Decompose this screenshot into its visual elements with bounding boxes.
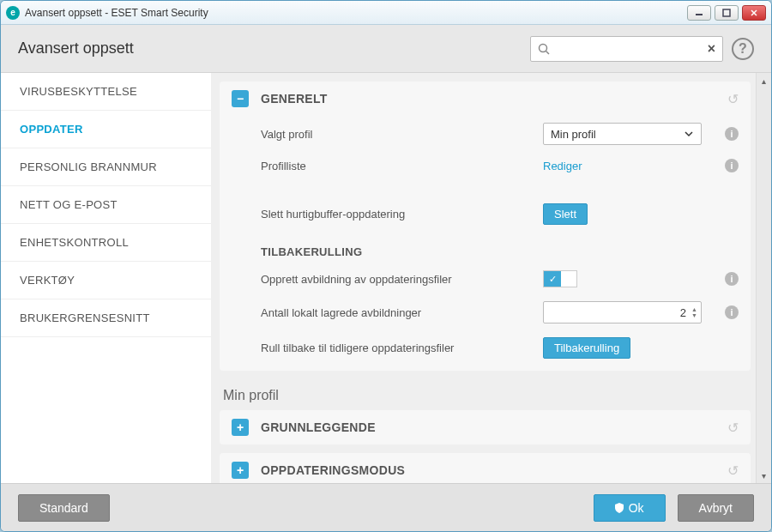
sidebar-item-firewall[interactable]: PERSONLIG BRANNMUR xyxy=(1,148,211,186)
reset-icon[interactable]: ↺ xyxy=(727,91,739,107)
sidebar-item-devicecontrol[interactable]: ENHETSKONTROLL xyxy=(1,224,211,262)
help-button[interactable]: ? xyxy=(732,38,754,60)
svg-point-4 xyxy=(540,44,547,51)
label-profile-list: Profilliste xyxy=(261,160,306,172)
panel-title-basic: GRUNNLEGGENDE xyxy=(261,420,376,434)
content: − GENERELT ↺ Valgt profil Min profil i xyxy=(211,73,756,483)
search-input[interactable] xyxy=(555,42,708,55)
rollback-button[interactable]: Tilbakerulling xyxy=(543,337,630,359)
maximize-button[interactable] xyxy=(715,5,739,21)
close-button[interactable] xyxy=(742,5,766,21)
app-window: e Avansert oppsett - ESET Smart Security… xyxy=(0,0,772,532)
collapse-icon[interactable]: − xyxy=(232,90,249,107)
window-controls xyxy=(687,5,766,21)
info-icon[interactable]: i xyxy=(725,127,739,141)
page-title: Avansert oppsett xyxy=(18,39,134,57)
label-clear-cache: Slett hurtigbuffer-oppdatering xyxy=(261,208,405,221)
scrollbar[interactable]: ▴ ▾ xyxy=(756,73,771,483)
sidebar-item-tools[interactable]: VERKTØY xyxy=(1,262,211,299)
panel-basic: + GRUNNLEGGENDE ↺ xyxy=(220,410,751,444)
svg-line-5 xyxy=(546,51,550,54)
label-create-snapshot: Opprett avbildning av oppdateringsfiler xyxy=(261,273,452,286)
app-icon: e xyxy=(6,6,20,20)
snapshot-count-value: 2 xyxy=(680,306,686,319)
select-profile-value: Min profil xyxy=(551,128,596,141)
reset-icon[interactable]: ↺ xyxy=(727,462,739,479)
search-box[interactable]: × xyxy=(530,36,723,62)
select-profile[interactable]: Min profil xyxy=(543,123,702,145)
default-button[interactable]: Standard xyxy=(18,494,110,522)
close-icon xyxy=(750,9,758,17)
toggle-create-snapshot[interactable]: ✓ xyxy=(543,270,577,287)
chevron-down-icon xyxy=(684,129,694,139)
expand-icon[interactable]: + xyxy=(232,462,249,479)
sidebar-item-ui[interactable]: BRUKERGRENSESNITT xyxy=(1,299,211,337)
clear-cache-button[interactable]: Slett xyxy=(543,203,588,225)
titlebar: e Avansert oppsett - ESET Smart Security xyxy=(1,1,771,25)
stepper-arrows-icon[interactable]: ▲▼ xyxy=(691,306,697,318)
check-icon: ✓ xyxy=(544,271,561,287)
sidebar-item-virusprotection[interactable]: VIRUSBESKYTTELSE xyxy=(1,73,211,111)
minimize-button[interactable] xyxy=(687,5,711,21)
link-edit-profiles[interactable]: Rediger xyxy=(543,160,582,172)
shield-icon xyxy=(615,503,624,513)
scroll-down-icon[interactable]: ▾ xyxy=(757,468,771,483)
clear-search-icon[interactable]: × xyxy=(708,41,715,57)
scroll-up-icon[interactable]: ▴ xyxy=(757,73,771,88)
snapshot-count-stepper[interactable]: 2 ▲▼ xyxy=(543,301,702,323)
ok-button[interactable]: Ok xyxy=(594,494,666,522)
expand-icon[interactable]: + xyxy=(232,419,249,436)
ok-label: Ok xyxy=(629,501,644,515)
subheader-rollback: TILBAKERULLING xyxy=(220,232,751,263)
label-rollback: Rull tilbake til tidligere oppdateringsf… xyxy=(261,342,454,354)
svg-rect-1 xyxy=(723,9,730,16)
reset-icon[interactable]: ↺ xyxy=(727,420,739,436)
info-icon[interactable]: i xyxy=(725,159,739,172)
window-title: Avansert oppsett - ESET Smart Security xyxy=(25,7,208,19)
sidebar-item-web-email[interactable]: NETT OG E-POST xyxy=(1,186,211,224)
header: Avansert oppsett × ? xyxy=(1,25,771,73)
search-icon xyxy=(538,43,550,55)
minimize-icon xyxy=(695,9,703,17)
label-selected-profile: Valgt profil xyxy=(261,128,312,141)
footer: Standard Ok Avbryt xyxy=(1,483,771,531)
panel-general: − GENERELT ↺ Valgt profil Min profil i xyxy=(220,82,751,371)
sidebar: VIRUSBESKYTTELSE OPPDATER PERSONLIG BRAN… xyxy=(1,73,211,483)
panel-title-general: GENERELT xyxy=(261,92,328,106)
label-snapshot-count: Antall lokalt lagrede avbildninger xyxy=(261,306,421,319)
profile-section-title: Min profil xyxy=(220,379,751,410)
info-icon[interactable]: i xyxy=(725,305,739,319)
panel-title-update-mode: OPPDATERINGSMODUS xyxy=(261,463,405,477)
sidebar-item-update[interactable]: OPPDATER xyxy=(1,111,211,148)
info-icon[interactable]: i xyxy=(725,272,739,286)
svg-rect-0 xyxy=(696,14,703,15)
cancel-button[interactable]: Avbryt xyxy=(678,494,754,522)
panel-update-mode: + OPPDATERINGSMODUS ↺ xyxy=(220,453,751,483)
maximize-icon xyxy=(722,9,731,17)
